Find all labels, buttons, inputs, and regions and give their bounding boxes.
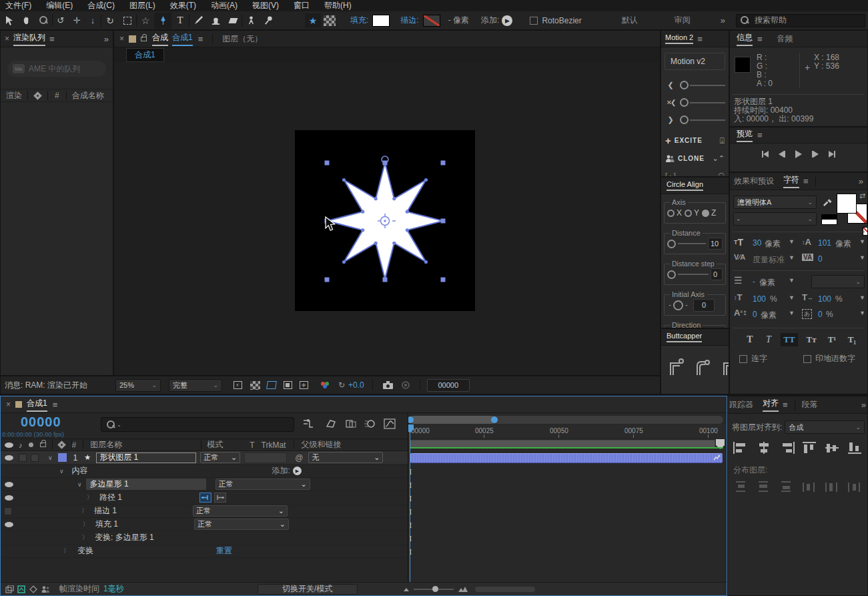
polystar-name[interactable]: 多边星形 1 bbox=[86, 479, 206, 490]
fast-previews-icon[interactable]: ⚡ bbox=[230, 381, 245, 389]
trkmat-cell[interactable] bbox=[244, 453, 287, 463]
align-left-button[interactable] bbox=[733, 442, 749, 454]
shape-preview-star-icon[interactable]: ★ bbox=[305, 13, 321, 28]
lock-icon[interactable] bbox=[141, 37, 147, 41]
panel-menu-icon[interactable]: ≡ bbox=[757, 34, 763, 44]
solo-column-icon[interactable] bbox=[29, 442, 33, 447]
guides-icon[interactable]: ✛ bbox=[296, 381, 311, 389]
zoom-out-mountain-icon[interactable] bbox=[403, 587, 410, 592]
ame-queue-button[interactable]: Me AME 中的队列 bbox=[7, 61, 106, 77]
magnification-dropdown[interactable]: 25%⌄ bbox=[115, 379, 161, 392]
tab-character[interactable]: 字符 bbox=[783, 174, 799, 188]
slider-track[interactable] bbox=[690, 85, 725, 86]
tab-info[interactable]: 信息 bbox=[737, 32, 753, 46]
add-property-icon[interactable]: ▶ bbox=[293, 467, 302, 475]
eye-toggle-off[interactable] bbox=[4, 507, 12, 515]
transform-row[interactable]: 〉 变换 重置 bbox=[1, 545, 408, 558]
vertical-scale-value[interactable]: 100 bbox=[753, 294, 766, 304]
tab-circle-align[interactable]: Circle Align bbox=[667, 180, 703, 191]
polystar-mode-dropdown[interactable]: 正常⌄ bbox=[215, 479, 310, 490]
close-icon[interactable]: × bbox=[5, 34, 9, 43]
stroke-width-dropdown-arrow[interactable]: ▼ bbox=[789, 277, 795, 284]
t-column[interactable]: T bbox=[250, 440, 254, 450]
path-name[interactable]: 路径 1 bbox=[99, 492, 122, 503]
contents-row[interactable]: ∨ 内容 添加: ▶ bbox=[1, 465, 408, 478]
distribute-right-button[interactable] bbox=[847, 481, 863, 493]
clone-graph-icon[interactable]: ⌄⌃ bbox=[713, 154, 725, 163]
distance-step-slider-handle[interactable] bbox=[667, 270, 676, 279]
distribute-vertical-center-button[interactable] bbox=[756, 481, 772, 493]
timeline-zoom-slider[interactable] bbox=[414, 589, 454, 590]
fill-name[interactable]: 填充 1 bbox=[95, 519, 118, 530]
draft-3d-icon[interactable] bbox=[325, 418, 337, 429]
brush-tool[interactable] bbox=[189, 15, 207, 25]
motion2-header[interactable]: Motion v2 bbox=[665, 53, 725, 70]
menu-composition[interactable]: 合成(C) bbox=[87, 0, 115, 11]
distribute-left-button[interactable] bbox=[801, 481, 817, 493]
panel-overflow-chevron[interactable]: » bbox=[859, 176, 863, 186]
preview-time-field[interactable]: 00000 bbox=[427, 379, 470, 392]
contents-expand-chevron[interactable]: ∨ bbox=[59, 468, 64, 475]
label-column-icon[interactable] bbox=[57, 440, 66, 449]
zoom-slider-handle[interactable] bbox=[432, 586, 438, 592]
default-fill-stroke-swatch[interactable] bbox=[821, 214, 837, 225]
transform-reset-link[interactable]: 重置 bbox=[216, 545, 232, 557]
panel-menu-icon[interactable]: ≡ bbox=[783, 400, 788, 410]
fill-mode-dropdown[interactable]: 正常⌄ bbox=[194, 519, 289, 530]
align-top-button[interactable] bbox=[801, 442, 817, 454]
eye-icon[interactable] bbox=[5, 522, 13, 527]
distribute-top-button[interactable] bbox=[733, 481, 749, 493]
audio-column-icon[interactable]: ♪ bbox=[19, 441, 23, 449]
layer-mode-dropdown[interactable]: 正常⌄ bbox=[200, 452, 240, 463]
composition-mini-flowchart-icon[interactable] bbox=[302, 418, 314, 429]
stroke-expand-chevron[interactable]: 〉 bbox=[81, 507, 87, 515]
layer-row-shape-layer[interactable]: ∨ 1 ★ 形状图层 1 正常⌄ @ 无⌄ bbox=[1, 451, 408, 465]
axis-x-radio[interactable] bbox=[667, 210, 675, 217]
timeline-navigator-bar[interactable] bbox=[410, 416, 723, 424]
ligatures-checkbox[interactable] bbox=[739, 355, 747, 363]
tab-tracker[interactable]: 跟踪器 bbox=[729, 399, 753, 410]
region-of-interest-tool[interactable] bbox=[119, 17, 136, 25]
navigator-viewed-region[interactable] bbox=[410, 416, 495, 424]
workspace-review[interactable]: 审阅 bbox=[675, 15, 691, 26]
stroke-color-swatch[interactable] bbox=[423, 15, 440, 27]
kerning-dropdown-arrow[interactable]: ▼ bbox=[789, 254, 795, 261]
expand-transfer-controls-icon[interactable] bbox=[15, 585, 27, 593]
panel-menu-icon[interactable]: ≡ bbox=[803, 176, 809, 186]
anchor-left-icon[interactable]: ❮ bbox=[667, 81, 675, 89]
add-shape-icon[interactable]: ▶ bbox=[502, 15, 512, 26]
transform-polystar-row[interactable]: 〉 变换: 多边星形 1 bbox=[1, 531, 408, 545]
toggle-switches-modes-button[interactable]: 切换开关/模式 bbox=[258, 584, 358, 595]
timeline-search-box[interactable]: ⌄ bbox=[101, 417, 294, 432]
slider-track[interactable] bbox=[690, 119, 725, 121]
stroke-style-dropdown[interactable]: ⌄ bbox=[811, 275, 865, 288]
faux-bold-button[interactable]: T bbox=[743, 333, 757, 346]
slider-handle[interactable] bbox=[680, 115, 689, 124]
tab-paragraph[interactable]: 段落 bbox=[802, 399, 818, 410]
font-family-dropdown[interactable]: 澹雅明体A⌄ bbox=[733, 196, 817, 209]
exposure-value[interactable]: +0.0 bbox=[348, 380, 364, 390]
time-ruler[interactable]: 00000 00025 00050 00075 00100 bbox=[408, 424, 727, 438]
panel-menu-icon[interactable]: ≡ bbox=[757, 130, 763, 140]
last-frame-button[interactable] bbox=[829, 151, 835, 158]
polystar-expand-chevron[interactable]: ∨ bbox=[77, 481, 82, 488]
panel-menu-icon[interactable]: ≡ bbox=[697, 34, 703, 44]
anchor-right-icon[interactable]: ❯ bbox=[667, 115, 675, 124]
col-render[interactable]: 渲染 bbox=[6, 90, 22, 101]
path-out-icon[interactable] bbox=[214, 493, 226, 503]
transform-polystar-name[interactable]: 变换: 多边星形 1 bbox=[95, 532, 154, 543]
resolution-dropdown[interactable]: 完整⌄ bbox=[169, 379, 222, 392]
layer-name-field[interactable]: 形状图层 1 bbox=[96, 453, 196, 463]
breadcrumb[interactable]: 合成1 bbox=[126, 48, 164, 62]
hindi-digits-checkbox[interactable] bbox=[803, 355, 811, 363]
excite-button[interactable]: + EXCITE ⍗ bbox=[665, 135, 725, 146]
tab-buttcapper[interactable]: Buttcapper bbox=[667, 332, 702, 342]
region-of-interest-icon[interactable] bbox=[264, 381, 279, 389]
faux-italic-button[interactable]: T bbox=[762, 333, 775, 346]
solo-toggle[interactable] bbox=[31, 454, 39, 462]
show-snapshot-icon[interactable] bbox=[398, 381, 413, 389]
col-comp-name[interactable]: 合成名称 bbox=[72, 90, 104, 101]
baseline-shift-value[interactable]: 0 bbox=[753, 310, 757, 319]
horizontal-scale-value[interactable]: 100 bbox=[818, 294, 831, 304]
menu-file[interactable]: 文件(F) bbox=[5, 0, 31, 11]
